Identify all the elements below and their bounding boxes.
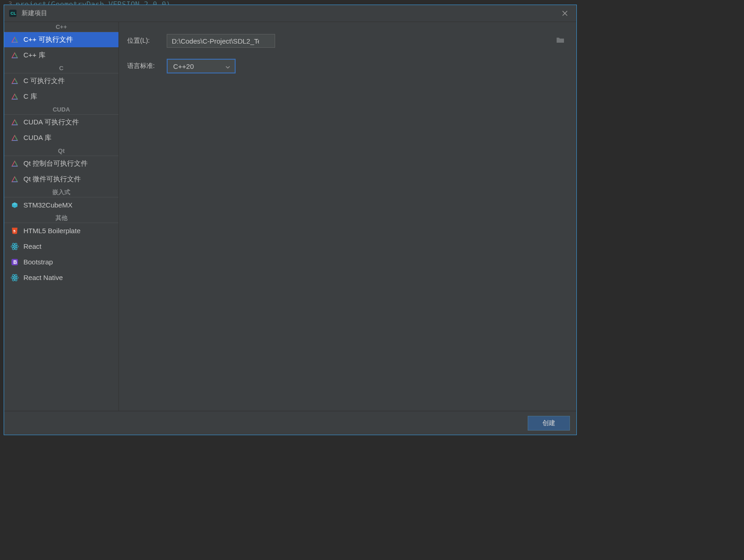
create-button[interactable]: 创建 bbox=[528, 416, 570, 431]
react-icon bbox=[11, 274, 19, 282]
sidebar-group-label: Qt bbox=[54, 147, 68, 154]
svg-text:B: B bbox=[13, 259, 17, 265]
chevron-down-icon bbox=[225, 62, 230, 70]
html5-icon: 5 bbox=[11, 227, 19, 235]
sidebar-group-header: Qt bbox=[4, 146, 118, 156]
project-type-sidebar: C++C++ 可执行文件C++ 库CC 可执行文件C 库CUDACUDA 可执行… bbox=[4, 22, 119, 411]
sidebar-group-label: 其他 bbox=[52, 214, 71, 222]
sidebar-item[interactable]: C++ 可执行文件 bbox=[4, 32, 118, 48]
form-panel: 位置(L): 语言标准: C++20 bbox=[119, 22, 576, 411]
sidebar-item-label: CUDA 库 bbox=[23, 134, 51, 142]
sidebar-group-header: C++ bbox=[4, 22, 118, 32]
location-label: 位置(L): bbox=[127, 37, 167, 45]
app-icon: CL bbox=[9, 9, 17, 17]
cube-icon bbox=[11, 201, 19, 209]
sidebar-item[interactable]: React bbox=[4, 239, 118, 254]
sidebar-group-header: 其他 bbox=[4, 213, 118, 223]
new-project-dialog: CL 新建项目 C++C++ 可执行文件C++ 库CC 可执行文件C 库CUDA… bbox=[4, 5, 577, 435]
triangle-icon bbox=[11, 175, 19, 184]
titlebar: CL 新建项目 bbox=[4, 5, 576, 22]
svg-text:5: 5 bbox=[13, 229, 16, 233]
sidebar-item-label: C++ 可执行文件 bbox=[23, 35, 73, 44]
sidebar-item-label: C 可执行文件 bbox=[23, 77, 65, 85]
triangle-icon bbox=[11, 160, 19, 168]
triangle-icon bbox=[11, 118, 19, 127]
sidebar-item-label: React bbox=[23, 242, 41, 250]
triangle-icon bbox=[11, 134, 19, 142]
sidebar-item[interactable]: BBootstrap bbox=[4, 254, 118, 270]
dialog-footer: 创建 bbox=[4, 411, 576, 435]
sidebar-item[interactable]: CUDA 库 bbox=[4, 130, 118, 146]
svg-point-11 bbox=[14, 277, 15, 278]
triangle-icon bbox=[11, 93, 19, 101]
sidebar-item[interactable]: C 库 bbox=[4, 89, 118, 105]
sidebar-item[interactable]: C++ 库 bbox=[4, 48, 118, 63]
sidebar-group-header: 嵌入式 bbox=[4, 187, 118, 197]
language-standard-dropdown[interactable]: C++20 bbox=[167, 59, 236, 73]
folder-icon bbox=[556, 37, 564, 43]
triangle-icon bbox=[11, 77, 19, 85]
svg-text:CL: CL bbox=[11, 11, 16, 16]
sidebar-group-label: 嵌入式 bbox=[49, 188, 74, 196]
bootstrap-icon: B bbox=[11, 258, 19, 266]
sidebar-item-label: React Native bbox=[23, 274, 63, 281]
close-icon bbox=[562, 10, 568, 17]
sidebar-group-header: CUDA bbox=[4, 105, 118, 115]
standard-label: 语言标准: bbox=[127, 62, 167, 70]
sidebar-item[interactable]: STM32CubeMX bbox=[4, 197, 118, 213]
location-input[interactable] bbox=[167, 34, 275, 48]
dropdown-value: C++20 bbox=[173, 62, 194, 70]
sidebar-item-label: HTML5 Boilerplate bbox=[23, 227, 80, 235]
sidebar-item[interactable]: 5HTML5 Boilerplate bbox=[4, 223, 118, 239]
triangle-icon bbox=[11, 51, 19, 60]
sidebar-group-header: C bbox=[4, 63, 118, 73]
sidebar-item[interactable]: CUDA 可执行文件 bbox=[4, 115, 118, 130]
svg-point-5 bbox=[14, 246, 15, 247]
dialog-title: 新建项目 bbox=[22, 9, 558, 17]
sidebar-item[interactable]: C 可执行文件 bbox=[4, 73, 118, 89]
sidebar-item[interactable]: Qt 微件可执行文件 bbox=[4, 172, 118, 187]
react-icon bbox=[11, 242, 19, 251]
sidebar-item-label: Bootstrap bbox=[23, 258, 53, 266]
sidebar-item-label: CUDA 可执行文件 bbox=[23, 118, 79, 127]
browse-button[interactable] bbox=[556, 37, 564, 45]
sidebar-group-label: CUDA bbox=[49, 106, 74, 113]
sidebar-group-label: C++ bbox=[52, 23, 71, 30]
sidebar-item-label: C++ 库 bbox=[23, 51, 45, 60]
sidebar-item[interactable]: React Native bbox=[4, 270, 118, 286]
sidebar-item-label: Qt 控制台可执行文件 bbox=[23, 159, 88, 168]
close-button[interactable] bbox=[558, 6, 572, 20]
sidebar-item[interactable]: Qt 控制台可执行文件 bbox=[4, 156, 118, 172]
sidebar-group-label: C bbox=[56, 65, 67, 72]
sidebar-item-label: STM32CubeMX bbox=[23, 201, 73, 209]
sidebar-item-label: C 库 bbox=[23, 92, 37, 101]
triangle-icon bbox=[11, 36, 19, 44]
sidebar-item-label: Qt 微件可执行文件 bbox=[23, 175, 81, 184]
